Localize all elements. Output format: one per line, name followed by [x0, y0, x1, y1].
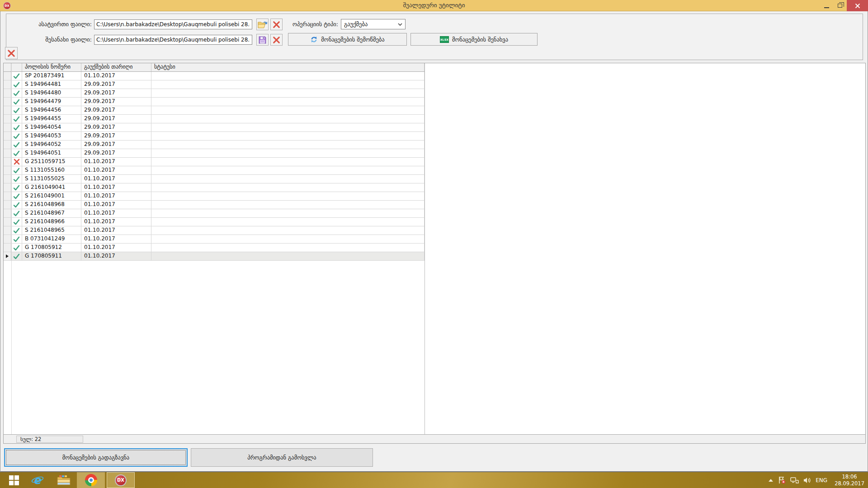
exit-program-button[interactable]: პროგრამიდან გამოსვლა [191, 448, 373, 467]
minimize-button[interactable] [820, 0, 833, 11]
clear-red-x-icon [273, 36, 280, 44]
table-row[interactable]: S 216104896601.10.2017 [4, 218, 425, 226]
volume-icon[interactable] [803, 477, 811, 484]
cancel-date-cell: 29.09.2017 [81, 98, 151, 106]
check-icon [11, 141, 22, 149]
header-status[interactable]: სტატუსი [151, 63, 425, 71]
taskbar-file-explorer[interactable] [50, 472, 78, 488]
check-icon [11, 106, 22, 115]
table-row[interactable]: S 113105516001.10.2017 [4, 166, 425, 175]
check-data-button-label: მონაცემების შემოწმება [321, 36, 384, 43]
action-center-flag-icon[interactable] [778, 476, 786, 484]
clear-red-x-icon [7, 49, 15, 57]
header-policy-number[interactable]: პოლისის ნომერი [22, 63, 81, 71]
check-icon [11, 226, 22, 235]
table-row[interactable]: S 19496445629.09.2017 [4, 106, 425, 115]
check-icon [11, 123, 22, 132]
table-row[interactable]: S 216104900101.10.2017 [4, 192, 425, 201]
row-indicator [4, 115, 11, 123]
window-title: შუალედური უტილიტი [0, 2, 868, 9]
table-row[interactable]: S 19496405329.09.2017 [4, 132, 425, 141]
taskbar-dx-utility[interactable]: DX [107, 472, 135, 488]
operation-type-select[interactable]: გაუქმება [341, 19, 406, 29]
table-row[interactable]: G 17080591201.10.2017 [4, 244, 425, 252]
indicator-column-line [11, 63, 12, 434]
table-row[interactable]: B 073104124901.10.2017 [4, 235, 425, 244]
table-row[interactable]: S 113105502501.10.2017 [4, 175, 425, 183]
status-cell [151, 218, 425, 226]
row-indicator [4, 192, 11, 201]
dx-app-icon: DX [115, 474, 127, 486]
clear-save-file-button[interactable] [270, 34, 283, 46]
taskbar-internet-explorer[interactable]: e [24, 472, 52, 488]
header-check[interactable] [11, 63, 22, 71]
network-icon[interactable] [790, 477, 799, 484]
grid-right-edge-line [425, 63, 425, 434]
row-indicator [4, 209, 11, 218]
tray-clock[interactable]: 18:06 28.09.2017 [832, 474, 864, 487]
save-data-button[interactable]: XLSX მონაცემების შენახვა [410, 33, 538, 46]
table-row[interactable]: S 19496448029.09.2017 [4, 89, 425, 98]
restore-button[interactable] [833, 0, 847, 11]
table-row[interactable]: S 216104896701.10.2017 [4, 209, 425, 218]
table-row[interactable]: S 19496405129.09.2017 [4, 149, 425, 158]
status-cell [151, 141, 425, 149]
table-row[interactable]: S 19496447929.09.2017 [4, 98, 425, 106]
cancel-date-cell: 29.09.2017 [81, 141, 151, 149]
clear-grid-button[interactable] [5, 47, 18, 59]
taskbar-chrome[interactable] [77, 472, 105, 488]
table-row[interactable]: G 251105971501.10.2017 [4, 158, 425, 166]
close-button[interactable] [847, 0, 868, 11]
save-file-button[interactable] [256, 34, 269, 46]
send-data-button[interactable]: მონაცემების გადაგზავნა [4, 448, 188, 467]
row-indicator [4, 132, 11, 141]
policy-grid: პოლისის ნომერი გაუქმების თარიღი სტატუსი … [3, 63, 866, 444]
table-row[interactable]: S 19496448129.09.2017 [4, 80, 425, 89]
check-data-button[interactable]: მონაცემების შემოწმება [288, 33, 407, 46]
policy-number-cell: S 1131055025 [22, 175, 81, 183]
table-row[interactable]: S 216104896801.10.2017 [4, 201, 425, 209]
status-cell [151, 201, 425, 209]
status-cell [151, 115, 425, 123]
cancel-date-cell: 01.10.2017 [81, 226, 151, 235]
save-file-input[interactable] [94, 35, 252, 45]
status-cell [151, 106, 425, 115]
status-cell [151, 166, 425, 175]
status-cell [151, 89, 425, 98]
cancel-date-cell: 29.09.2017 [81, 123, 151, 132]
start-icon [9, 475, 19, 485]
close-icon [855, 3, 860, 9]
table-row[interactable]: S 19496405229.09.2017 [4, 141, 425, 149]
policy-number-cell: G 170805912 [22, 244, 81, 252]
source-file-input[interactable] [94, 19, 252, 29]
row-indicator [4, 175, 11, 183]
table-row[interactable]: S 216104896501.10.2017 [4, 226, 425, 235]
status-cell [151, 98, 425, 106]
header-cancel-date[interactable]: გაუქმების თარიღი [81, 63, 151, 71]
check-icon [11, 98, 22, 106]
row-indicator [4, 141, 11, 149]
policy-number-cell: S 2161048965 [22, 226, 81, 235]
policy-number-cell: G 2161049041 [22, 183, 81, 192]
table-row[interactable]: G 216104904101.10.2017 [4, 183, 425, 192]
language-indicator[interactable]: ENG [816, 477, 827, 483]
check-icon [11, 80, 22, 89]
cancel-date-cell: 01.10.2017 [81, 192, 151, 201]
policy-number-cell: S 194964054 [22, 123, 81, 132]
status-cell [151, 252, 425, 261]
table-row[interactable]: SP 20187349101.10.2017 [4, 72, 425, 80]
status-cell [151, 226, 425, 235]
table-row[interactable]: G 17080591101.10.2017 [4, 252, 425, 261]
tray-up-arrow-icon[interactable] [768, 479, 774, 482]
check-icon [11, 201, 22, 209]
titlebar[interactable]: DX შუალედური უტილიტი [0, 0, 868, 11]
policy-number-cell: G 170805911 [22, 252, 81, 261]
table-row[interactable]: S 19496405429.09.2017 [4, 123, 425, 132]
save-file-label: შესანახი ფაილი: [19, 36, 92, 43]
row-indicator-arrow [6, 254, 9, 258]
row-indicator [4, 149, 11, 158]
check-icon [11, 192, 22, 201]
policy-number-cell: B 0731041249 [22, 235, 81, 244]
check-icon [11, 89, 22, 98]
table-row[interactable]: S 19496445529.09.2017 [4, 115, 425, 123]
